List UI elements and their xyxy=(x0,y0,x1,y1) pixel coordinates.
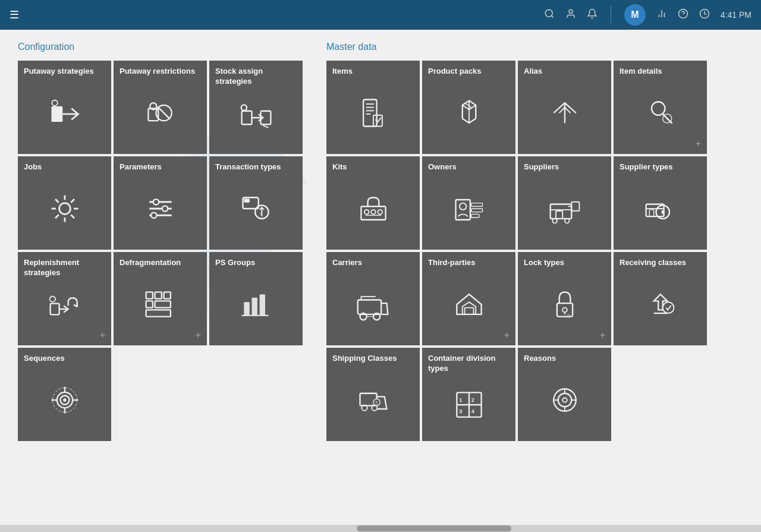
tile-badge: + xyxy=(196,330,201,341)
tile-alias[interactable]: Alias xyxy=(518,61,611,154)
svg-point-10 xyxy=(52,100,57,105)
header-time: 4:41 PM xyxy=(721,10,751,20)
svg-rect-48 xyxy=(146,301,152,307)
app-logo[interactable]: M xyxy=(624,4,646,26)
tile-icon xyxy=(24,364,105,436)
tile-items[interactable]: Items xyxy=(326,61,420,154)
svg-text:3: 3 xyxy=(459,408,462,414)
tile-icon xyxy=(620,172,701,245)
tile-title: Supplier types xyxy=(620,162,701,172)
svg-rect-91 xyxy=(357,300,380,314)
tile-receiving-classes[interactable]: Receiving classes xyxy=(614,252,707,345)
svg-rect-41 xyxy=(50,304,59,315)
tile-title: Parameters xyxy=(120,162,201,172)
tile-title: Third-parties xyxy=(428,258,510,268)
tile-reasons[interactable]: Reasons xyxy=(518,348,611,441)
header: ☰ M xyxy=(0,0,761,30)
tile-title: Transaction types xyxy=(215,162,297,172)
svg-point-0 xyxy=(545,10,552,17)
tile-product-packs[interactable]: Product packs xyxy=(422,61,515,154)
tile-icon xyxy=(524,77,605,149)
tile-supplier-types[interactable]: Supplier types xyxy=(614,156,707,250)
svg-point-115 xyxy=(558,394,571,407)
master-heading: Master data xyxy=(326,42,707,52)
svg-rect-96 xyxy=(464,308,473,314)
tile-icon xyxy=(215,268,297,341)
master-section: Master data Items Product packs xyxy=(326,42,707,441)
tile-title: PS Groups xyxy=(215,258,297,268)
config-section: Configuration Putaway strategies Putaway… xyxy=(18,42,303,441)
tile-title: Defragmentation xyxy=(120,258,201,268)
tile-icon xyxy=(215,87,297,149)
chart-icon[interactable] xyxy=(656,8,667,22)
svg-line-15 xyxy=(158,107,170,119)
tile-icon xyxy=(524,172,605,245)
tile-title: Product packs xyxy=(428,67,510,77)
svg-rect-85 xyxy=(571,202,579,211)
tile-parameters[interactable]: Parameters xyxy=(114,156,207,250)
svg-point-2 xyxy=(569,10,573,13)
svg-point-98 xyxy=(562,308,567,313)
tile-stock-assign[interactable]: Stock assign strategies xyxy=(209,61,303,154)
tile-title: Shipping Classes xyxy=(332,354,414,364)
help-icon[interactable] xyxy=(678,8,688,22)
tile-replenishment[interactable]: Replenishment strategies + xyxy=(18,252,111,345)
svg-rect-9 xyxy=(51,106,62,122)
tile-title: Item details xyxy=(620,67,701,77)
svg-line-20 xyxy=(263,126,268,128)
svg-point-71 xyxy=(652,102,665,115)
svg-rect-97 xyxy=(556,303,572,317)
svg-rect-51 xyxy=(244,302,249,316)
tile-badge: + xyxy=(100,330,105,341)
config-heading: Configuration xyxy=(18,42,303,52)
tile-title: Suppliers xyxy=(524,162,605,172)
tile-icon xyxy=(524,364,605,436)
tile-title: Putaway restrictions xyxy=(120,67,201,77)
scrollbar-thumb[interactable] xyxy=(357,525,511,531)
svg-text:1: 1 xyxy=(459,398,462,404)
tile-transaction-types[interactable]: Transaction types ? xyxy=(209,156,303,250)
tile-icon xyxy=(332,77,414,149)
tile-shipping-classes[interactable]: Shipping Classes ? xyxy=(326,348,420,441)
svg-text:2: 2 xyxy=(471,398,474,404)
tile-suppliers[interactable]: Suppliers xyxy=(518,156,611,250)
svg-rect-52 xyxy=(251,298,257,316)
svg-rect-68 xyxy=(373,115,382,127)
tile-container-division[interactable]: Container division types 1234 xyxy=(422,348,515,441)
bell-icon[interactable] xyxy=(587,8,598,22)
tile-jobs[interactable]: Jobs xyxy=(18,156,111,250)
tile-sequences[interactable]: Sequences xyxy=(18,348,111,441)
tile-title: Sequences xyxy=(24,354,105,364)
tile-lock-types[interactable]: Lock types ? + xyxy=(518,252,611,345)
svg-rect-53 xyxy=(259,294,265,316)
tile-icon xyxy=(428,77,510,149)
svg-rect-80 xyxy=(471,203,482,207)
tile-putaway-restrictions[interactable]: Putaway restrictions xyxy=(114,61,207,154)
tile-icon xyxy=(332,172,414,245)
search-icon[interactable] xyxy=(544,8,555,22)
tile-owners[interactable]: Owners xyxy=(422,156,515,250)
svg-rect-16 xyxy=(241,111,251,125)
main-content: Configuration Putaway strategies Putaway… xyxy=(0,30,761,453)
tile-title: Owners xyxy=(428,162,510,172)
tile-item-details[interactable]: Item details + xyxy=(614,61,707,154)
tile-putaway-strategies[interactable]: Putaway strategies xyxy=(18,61,111,154)
menu-button[interactable]: ☰ xyxy=(10,8,19,21)
scrollbar[interactable] xyxy=(0,525,761,532)
svg-text:?: ? xyxy=(259,212,262,217)
user-icon[interactable] xyxy=(565,8,576,22)
tile-carriers[interactable]: Carriers xyxy=(326,252,420,345)
tile-title: Stock assign strategies xyxy=(215,67,297,87)
svg-line-27 xyxy=(71,215,74,218)
tile-ps-groups[interactable]: PS Groups xyxy=(209,252,303,345)
tile-third-parties[interactable]: Third-parties + xyxy=(422,252,515,345)
svg-point-35 xyxy=(151,213,156,218)
tile-title: Lock types xyxy=(524,258,605,268)
tile-kits[interactable]: Kits xyxy=(326,156,420,250)
svg-point-75 xyxy=(371,210,376,215)
tile-badge: + xyxy=(696,138,701,149)
tile-icon xyxy=(428,268,510,341)
tile-defragmentation[interactable]: Defragmentation + xyxy=(114,252,207,345)
clock-icon[interactable] xyxy=(699,8,710,22)
tile-icon xyxy=(332,268,414,341)
